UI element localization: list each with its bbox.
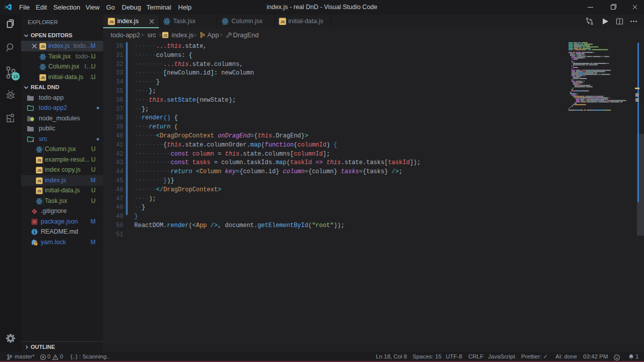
svg-text:JS: JS [37,189,42,193]
svg-text:JS: JS [41,76,45,80]
svg-text:JS: JS [37,169,42,172]
svg-text:JS: JS [37,159,42,162]
svg-text:JS: JS [37,179,42,183]
svg-text:19: 19 [13,74,18,79]
svg-text:JS: JS [41,45,45,48]
